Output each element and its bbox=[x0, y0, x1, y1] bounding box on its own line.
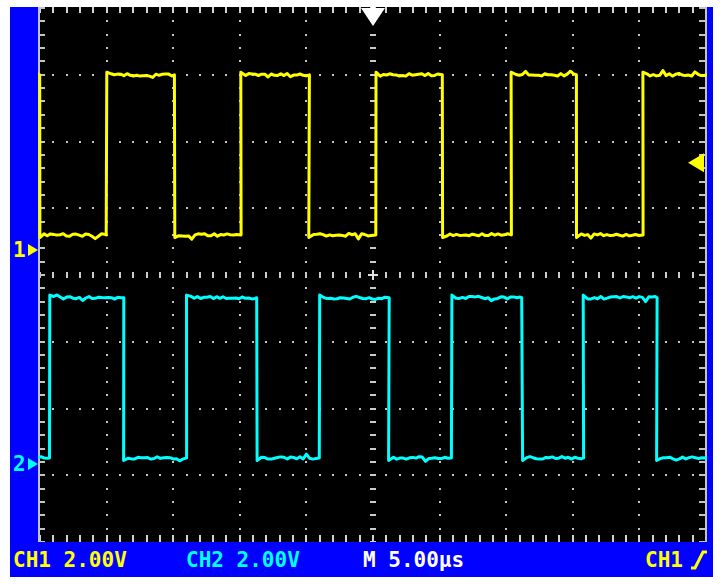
ch2-ground-marker: 2 bbox=[13, 453, 38, 475]
right-bezel bbox=[707, 7, 713, 577]
left-bezel bbox=[10, 7, 38, 577]
graticule-plot bbox=[38, 7, 707, 542]
right-arrow-icon bbox=[28, 458, 38, 470]
trigger-level-arrow-icon bbox=[688, 153, 704, 172]
waveform-display-area bbox=[38, 7, 707, 542]
status-bar: CH1 2.00V CH2 2.00V M 5.00µs CH1 bbox=[10, 542, 713, 577]
ch2-scale-readout: CH2 2.00V bbox=[186, 548, 300, 572]
trigger-readout: CH1 bbox=[645, 548, 708, 572]
ch2-marker-label: 2 bbox=[13, 453, 26, 475]
trigger-position-arrow-icon bbox=[361, 8, 385, 26]
ch1-marker-label: 1 bbox=[13, 239, 26, 261]
rising-edge-icon bbox=[690, 548, 708, 572]
ch1-scale-readout: CH1 2.00V bbox=[13, 548, 127, 572]
right-arrow-icon bbox=[28, 244, 38, 256]
ch1-ground-marker: 1 bbox=[13, 239, 38, 261]
oscilloscope-screen: 1 2 CH1 2.00V CH2 2.00V M 5.00µs CH1 bbox=[10, 7, 713, 577]
trigger-source-label: CH1 bbox=[645, 548, 683, 572]
page: { "scope": { "colors": { "bezel_blue": "… bbox=[0, 0, 720, 584]
timebase-readout: M 5.00µs bbox=[363, 548, 464, 572]
trace-ch2 bbox=[38, 295, 706, 461]
